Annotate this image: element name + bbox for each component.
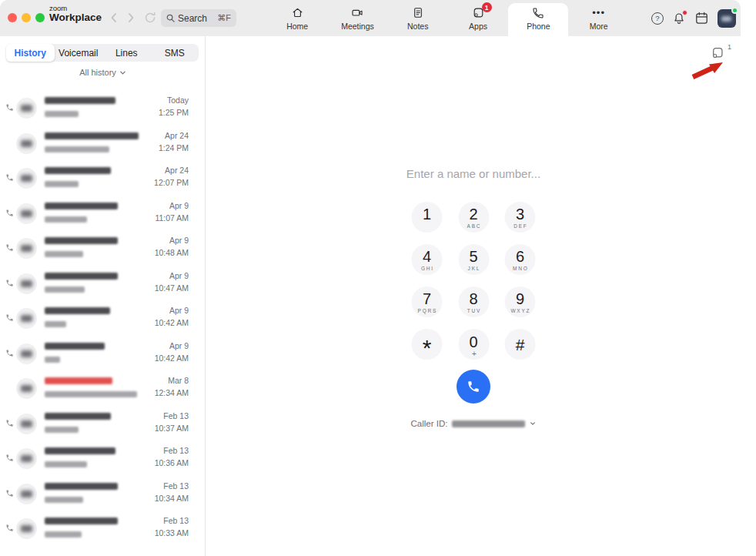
- more-ellipsis-icon: •••: [592, 5, 605, 20]
- tab-phone[interactable]: Phone: [508, 3, 568, 36]
- tab-home[interactable]: Home: [267, 0, 327, 36]
- call-history-row[interactable]: Feb 13 10:33 AM: [0, 511, 205, 547]
- back-chevron-icon[interactable]: [108, 12, 120, 24]
- tab-more[interactable]: ••• More: [568, 0, 628, 36]
- dialpad-key-4[interactable]: 4GHI: [412, 244, 443, 275]
- dialpad-key-7[interactable]: 7PQRS: [412, 286, 443, 317]
- avatar-blurred-content: [21, 350, 32, 357]
- call-history-row[interactable]: Apr 9 10:48 AM: [0, 231, 205, 266]
- dialpad-key-9[interactable]: 9WXYZ: [505, 286, 536, 317]
- call-time: 12:07 PM: [154, 178, 189, 187]
- call-date: Feb 13: [163, 411, 189, 420]
- call-time: 10:42 AM: [155, 353, 189, 363]
- call-history-row[interactable]: Today 1:25 PM: [0, 91, 205, 126]
- tab-more-label: More: [590, 22, 608, 31]
- call-direction-icon: [5, 349, 14, 357]
- contact-avatar: [16, 484, 37, 504]
- tab-apps[interactable]: 1 Apps: [448, 0, 508, 36]
- tab-lines[interactable]: Lines: [102, 44, 151, 62]
- call-date: Apr 9: [169, 341, 189, 350]
- call-history-row[interactable]: Apr 24 12:07 PM: [0, 161, 205, 196]
- dialpad-key-5[interactable]: 5JKL: [458, 244, 489, 275]
- search-icon: [166, 14, 175, 22]
- avatar-blurred-content: [21, 245, 32, 252]
- call-direction-icon: [5, 209, 14, 217]
- dialpad-key-3[interactable]: 3DEF: [505, 202, 536, 233]
- contact-detail-redacted: [45, 181, 79, 187]
- call-history-row[interactable]: Apr 9 10:47 AM: [0, 266, 205, 302]
- zoom-window-button[interactable]: [35, 13, 45, 22]
- dialpad-keys: 1 2ABC 3DEF 4GHI 5JKL 6MNO 7PQRS 8TUV 9W…: [412, 202, 536, 360]
- tab-meetings-label: Meetings: [341, 22, 374, 31]
- tab-notes-label: Notes: [407, 22, 428, 31]
- tab-sms[interactable]: SMS: [151, 44, 199, 62]
- call-direction-icon: [5, 419, 14, 427]
- forward-chevron-icon[interactable]: [125, 12, 137, 24]
- phone-sidebar: History Voicemail Lines SMS All history …: [0, 36, 206, 556]
- dial-input[interactable]: Enter a name or number...: [206, 167, 741, 180]
- popout-dialpad-button[interactable]: 1: [711, 45, 731, 62]
- help-icon[interactable]: ?: [651, 12, 664, 25]
- tab-history[interactable]: History: [6, 44, 55, 62]
- history-icon[interactable]: [143, 11, 157, 25]
- dialpad-key-1[interactable]: 1: [412, 202, 443, 233]
- call-history-row[interactable]: Apr 24 1:24 PM: [0, 126, 205, 162]
- dialpad-key-0[interactable]: 0+: [458, 329, 489, 360]
- call-direction-icon: [5, 279, 14, 287]
- call-history-row[interactable]: Feb 13 10:37 AM: [0, 407, 205, 442]
- close-window-button[interactable]: [8, 13, 17, 22]
- dialpad-key-pound[interactable]: #: [505, 329, 536, 360]
- call-time: 10:33 AM: [155, 528, 189, 538]
- call-history-row[interactable]: Apr 9 10:42 AM: [0, 337, 205, 372]
- tab-notes[interactable]: Notes: [388, 0, 448, 36]
- search-input[interactable]: Search ⌘F: [161, 9, 236, 27]
- call-history-row[interactable]: Mar 8 12:34 AM: [0, 371, 205, 407]
- notifications-button[interactable]: [672, 12, 686, 25]
- tab-voicemail[interactable]: Voicemail: [55, 44, 103, 62]
- dialpad-key-2[interactable]: 2ABC: [458, 202, 489, 233]
- caller-id-selector[interactable]: Caller ID:: [206, 419, 741, 428]
- call-history-row[interactable]: Apr 9 11:07 AM: [0, 196, 205, 232]
- minimize-window-button[interactable]: [22, 13, 31, 22]
- contact-avatar: [16, 133, 37, 154]
- avatar-blurred-content: [21, 105, 32, 112]
- calendar-icon[interactable]: [694, 11, 709, 25]
- call-direction-icon: [5, 489, 14, 497]
- caller-id-number-redacted: [452, 420, 525, 427]
- call-history-row[interactable]: Feb 13 10:34 AM: [0, 477, 205, 512]
- sidebar-tab-bar: History Voicemail Lines SMS: [6, 44, 199, 62]
- presence-status-dot: [731, 7, 738, 14]
- call-date: Feb 13: [163, 446, 189, 455]
- call-date: Mar 8: [168, 376, 189, 385]
- contact-avatar: [16, 448, 37, 469]
- avatar-blurred-content: [21, 455, 32, 462]
- call-direction-icon: [5, 243, 14, 252]
- profile-avatar[interactable]: [718, 9, 736, 28]
- dialpad-key-star[interactable]: *: [412, 329, 443, 360]
- call-history-row[interactable]: Feb 13 10:36 AM: [0, 441, 205, 477]
- zoom-workplace-window: zoom Workplace Search ⌘F Home Meeting: [0, 0, 741, 556]
- avatar-blurred-content: [21, 315, 32, 322]
- call-button[interactable]: [457, 370, 490, 404]
- contact-detail-redacted: [45, 427, 79, 433]
- call-history-row[interactable]: Apr 9 10:42 AM: [0, 301, 205, 337]
- dialpad-key-8[interactable]: 8TUV: [458, 286, 489, 317]
- tab-meetings[interactable]: Meetings: [327, 0, 387, 36]
- dialpad-key-6[interactable]: 6MNO: [505, 244, 536, 275]
- apps-badge: 1: [482, 2, 492, 12]
- contact-detail-redacted: [45, 286, 85, 293]
- primary-nav: Home Meetings Notes 1 Apps: [267, 0, 629, 36]
- history-filter-dropdown[interactable]: All history: [0, 68, 206, 77]
- contact-detail-redacted: [45, 251, 83, 257]
- contact-detail-redacted: [45, 391, 137, 397]
- contact-avatar: [16, 414, 37, 434]
- call-date: Feb 13: [163, 481, 189, 491]
- call-date: Apr 9: [169, 201, 189, 210]
- history-filter-label: All history: [79, 68, 116, 77]
- search-placeholder: Search: [178, 13, 207, 24]
- contact-detail-redacted: [45, 216, 87, 223]
- call-time: 1:25 PM: [159, 108, 189, 117]
- call-direction-icon: [5, 313, 14, 322]
- logo-workplace-text: Workplace: [49, 12, 102, 24]
- meetings-icon: [350, 5, 364, 20]
